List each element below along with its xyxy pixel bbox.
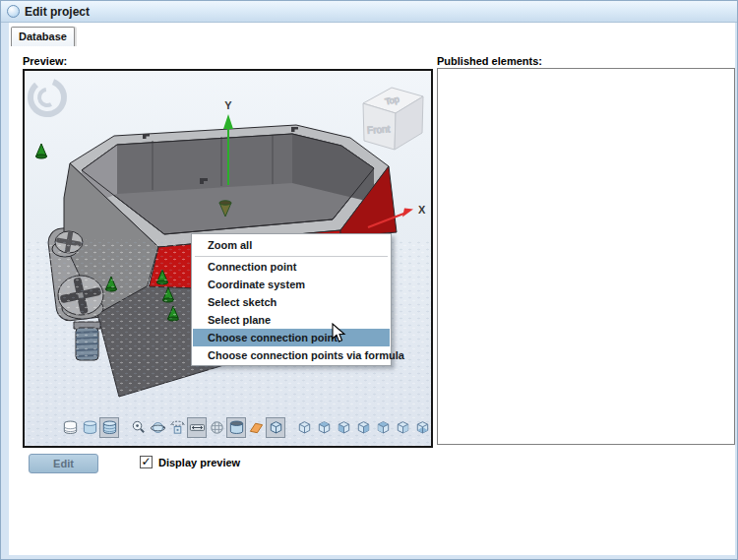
view-cube-7-icon[interactable] xyxy=(412,417,432,438)
view-cube-4-icon[interactable] xyxy=(353,417,373,438)
mesh-view-icon[interactable] xyxy=(207,417,226,438)
mouse-cursor-icon xyxy=(332,323,347,344)
shaded-edges-view-icon[interactable] xyxy=(99,417,119,438)
shaded-view-icon[interactable] xyxy=(80,417,99,438)
display-preview-checkbox[interactable]: ✓ xyxy=(140,456,153,468)
window-title: Edit project xyxy=(25,5,90,19)
chevron-expand-icon[interactable] xyxy=(432,417,433,438)
display-preview-label: Display preview xyxy=(158,457,240,468)
preview-toolbar xyxy=(60,417,433,438)
zoom-icon[interactable] xyxy=(128,417,148,438)
x-axis-label: X xyxy=(418,204,426,216)
measure-icon[interactable] xyxy=(187,417,207,438)
context-menu: Zoom all Connection point Coordinate sys… xyxy=(191,233,392,366)
view-cube-2-icon[interactable] xyxy=(314,417,334,438)
edit-project-window: Edit project Database Preview: Published… xyxy=(0,0,738,560)
display-preview-checkbox-row: ✓ Display preview xyxy=(140,456,240,468)
edit-button[interactable]: Edit xyxy=(29,454,98,473)
turntable-icon[interactable] xyxy=(167,417,187,438)
menu-item-connection-point[interactable]: Connection point xyxy=(193,258,390,276)
view-cube[interactable]: Top Front xyxy=(363,88,423,150)
published-elements-list[interactable] xyxy=(437,68,735,445)
menu-item-select-sketch[interactable]: Select sketch xyxy=(193,293,390,311)
view-cube-6-icon[interactable] xyxy=(393,417,412,438)
y-axis-label: Y xyxy=(224,99,232,111)
tab-database[interactable]: Database xyxy=(11,27,75,46)
view-cube-5-icon[interactable] xyxy=(373,417,393,438)
plane-select-icon[interactable] xyxy=(246,417,266,438)
view-cube-front-label: Front xyxy=(367,123,391,136)
preview-viewport[interactable]: Top Front xyxy=(23,69,433,448)
section-view-icon[interactable] xyxy=(226,417,246,438)
orbit-icon[interactable] xyxy=(148,417,167,438)
preview-label: Preview: xyxy=(23,55,67,67)
title-bar[interactable]: Edit project xyxy=(1,1,738,23)
menu-item-choose-connection-points-via-formula[interactable]: Choose connection points via formula xyxy=(193,346,390,364)
watermark-logo xyxy=(25,74,71,120)
menu-item-choose-connection-point[interactable]: Choose connection point xyxy=(193,329,390,346)
menu-item-coordinate-system[interactable]: Coordinate system xyxy=(193,276,390,293)
wireframe-view-icon[interactable] xyxy=(60,417,80,438)
isometric-view-icon[interactable] xyxy=(266,417,285,438)
published-elements-label: Published elements: xyxy=(437,55,542,67)
menu-separator xyxy=(195,256,388,257)
menu-item-select-plane[interactable]: Select plane xyxy=(193,311,390,329)
menu-item-zoom-all[interactable]: Zoom all xyxy=(193,235,390,255)
app-icon xyxy=(7,5,20,18)
view-cube-1-icon[interactable] xyxy=(294,417,314,438)
view-cube-3-icon[interactable] xyxy=(334,417,353,438)
